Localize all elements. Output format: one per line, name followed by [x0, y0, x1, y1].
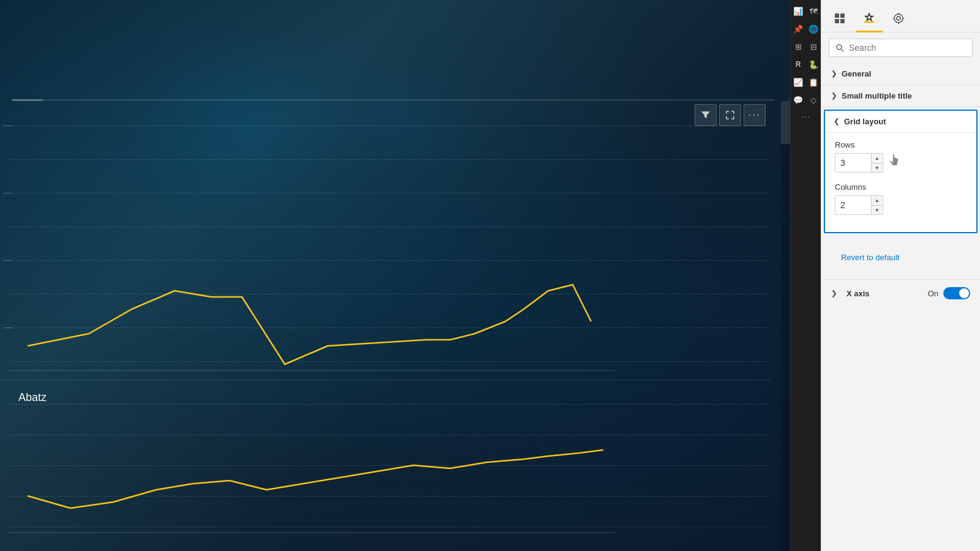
cursor-indicator	[888, 154, 900, 171]
columns-input-row: ▲ ▼	[835, 195, 967, 215]
x-axis-right: On	[928, 287, 970, 299]
icon-row-1: 📊 🗺	[791, 2, 821, 20]
section-small-multiple-label: Small multiple title	[842, 91, 912, 100]
search-input[interactable]	[849, 43, 966, 53]
chevron-grid-layout: ❮	[834, 118, 839, 126]
more-options-button[interactable]: ···	[744, 104, 766, 126]
rows-label: Rows	[835, 140, 967, 149]
x-axis-left: ❯ X axis	[831, 289, 870, 298]
svg-rect-3	[840, 13, 845, 18]
svg-rect-2	[835, 13, 839, 18]
svg-line-13	[842, 50, 844, 52]
search-box[interactable]	[829, 39, 973, 57]
chart-toolbar: ···	[695, 104, 766, 126]
svg-point-12	[837, 45, 842, 50]
svg-point-7	[897, 17, 900, 20]
section-small-multiple-title[interactable]: ❯ Small multiple title	[821, 85, 980, 107]
scrollbar-thumb[interactable]	[781, 101, 790, 144]
icon-row-5: 📈 📋	[791, 73, 821, 91]
rows-input[interactable]	[835, 153, 872, 173]
x-axis-label: X axis	[846, 289, 870, 298]
chevron-x-axis: ❯	[831, 290, 837, 298]
icon-table[interactable]: ⊞	[791, 38, 805, 55]
icon-bar-chart[interactable]: 📊	[791, 2, 805, 20]
columns-label: Columns	[835, 182, 967, 192]
tab-fields[interactable]	[826, 5, 853, 32]
icon-map[interactable]: 🗺	[806, 2, 821, 20]
chart-label: Abatz	[18, 391, 47, 404]
columns-spin-down[interactable]: ▼	[871, 205, 883, 215]
icon-row-3: ⊞ ⊟	[791, 38, 821, 55]
icon-row-4: R 🐍	[791, 56, 821, 73]
icon-diamond[interactable]: ◇	[806, 91, 821, 108]
tab-format[interactable]	[856, 5, 883, 32]
search-icon	[835, 43, 844, 52]
chart-area: ··· Abatz	[0, 0, 790, 551]
filter-button[interactable]	[695, 104, 717, 126]
properties-tabs	[821, 0, 980, 32]
tab-analytics[interactable]	[885, 5, 912, 32]
icon-globe[interactable]: 🌐	[806, 20, 821, 37]
scroll-thumb-horizontal[interactable]	[12, 99, 43, 101]
toggle-thumb	[959, 288, 969, 298]
section-general-label: General	[842, 69, 871, 78]
revert-section: Revert to default	[821, 236, 980, 279]
svg-rect-4	[835, 19, 839, 23]
rows-spinner: ▲ ▼	[871, 153, 883, 173]
rows-input-row: ▲ ▼	[835, 153, 967, 173]
rows-spin-down[interactable]: ▼	[871, 163, 883, 173]
grid-layout-header[interactable]: ❮ Grid layout	[825, 111, 976, 133]
lower-chart-svg	[9, 386, 616, 545]
icon-bar: 📊 🗺 📌 🌐 ⊞ ⊟ R 🐍 📈 📋 💬 ◇ ···	[790, 0, 821, 551]
grid-layout-section: ❮ Grid layout Rows ▲ ▼	[824, 110, 978, 233]
section-general[interactable]: ❯ General	[821, 63, 980, 85]
scroll-bar-horizontal[interactable]	[12, 99, 775, 101]
icon-document[interactable]: 📋	[806, 73, 821, 91]
revert-to-default-button[interactable]: Revert to default	[831, 246, 909, 269]
icon-chat[interactable]: 💬	[791, 91, 805, 108]
chart-scrollbar[interactable]	[781, 101, 790, 551]
icon-row-2: 📌 🌐	[791, 20, 821, 37]
columns-spin-up[interactable]: ▲	[871, 195, 883, 205]
svg-rect-5	[840, 19, 845, 23]
x-axis-toggle[interactable]	[943, 287, 970, 299]
icon-python[interactable]: 🐍	[806, 56, 821, 73]
chevron-general: ❯	[831, 70, 837, 78]
properties-panel: ❯ General ❯ Small multiple title ❮ Grid …	[821, 0, 980, 551]
icon-r[interactable]: R	[791, 56, 805, 73]
expand-button[interactable]	[719, 104, 741, 126]
icon-row-6: 💬 ◇	[791, 91, 821, 108]
columns-input[interactable]	[835, 195, 872, 215]
grid-layout-label: Grid layout	[844, 117, 886, 126]
chevron-small-multiple: ❯	[831, 92, 837, 100]
columns-spinner: ▲ ▼	[871, 195, 883, 215]
rows-spin-up[interactable]: ▲	[871, 153, 883, 163]
icon-pin[interactable]: 📌	[791, 20, 805, 37]
properties-content: ❯ General ❯ Small multiple title ❮ Grid …	[821, 63, 980, 551]
x-axis-section[interactable]: ❯ X axis On	[821, 279, 980, 307]
icon-line-chart[interactable]: 📈	[791, 73, 805, 91]
icon-more[interactable]: ···	[801, 111, 810, 121]
svg-point-6	[894, 14, 903, 23]
icon-grid[interactable]: ⊟	[806, 38, 821, 55]
x-axis-toggle-label: On	[928, 289, 938, 298]
upper-chart-svg	[9, 101, 616, 383]
grid-layout-content: Rows ▲ ▼	[825, 133, 976, 232]
